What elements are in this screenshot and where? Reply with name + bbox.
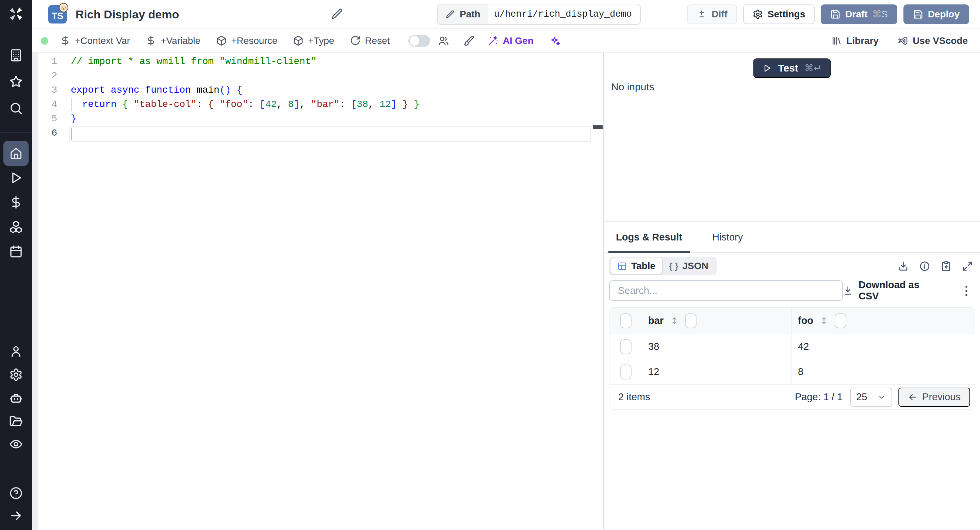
sidebar-item-users[interactable] <box>9 345 23 358</box>
settings-button[interactable]: Settings <box>743 5 815 24</box>
download-csv-button[interactable]: Download as CSV <box>843 279 941 302</box>
sidebar-expand-arrow-icon[interactable] <box>9 509 23 522</box>
sidebar-item-audit-logs[interactable] <box>9 437 23 451</box>
chevron-down-icon <box>877 393 886 402</box>
format-brush-icon[interactable] <box>463 35 474 47</box>
result-content: Table { } JSON Download as CSV ⋮ <box>609 257 975 410</box>
sidebar-divider <box>0 132 32 132</box>
column-filter-checkbox[interactable] <box>685 313 697 328</box>
table-header-row: bar foo <box>609 308 975 334</box>
emoji-badge-icon <box>58 2 69 13</box>
more-options-kebab-icon[interactable]: ⋮ <box>960 284 975 297</box>
diff-label: Diff <box>711 9 727 20</box>
test-shortcut: ⌘↵ <box>804 63 821 73</box>
toggle-knob <box>410 36 419 46</box>
view-toggle-table-label: Table <box>631 260 655 271</box>
text-cursor <box>71 128 72 140</box>
sparkles-icon[interactable] <box>549 35 561 47</box>
code-line[interactable]: 2 <box>38 69 420 83</box>
status-dot <box>41 37 48 45</box>
diff-button[interactable]: Diff <box>687 5 737 24</box>
reset-label: Reset <box>365 35 390 46</box>
magic-wand-icon <box>488 35 498 46</box>
code-line[interactable]: 6 <box>38 126 420 140</box>
view-toggle-table[interactable]: Table <box>611 258 662 274</box>
row-checkbox[interactable] <box>620 339 632 354</box>
sidebar-item-search[interactable] <box>9 102 23 115</box>
sidebar-item-workspace[interactable] <box>9 48 23 62</box>
sort-icon[interactable] <box>670 316 679 325</box>
tab-history-label: History <box>712 231 743 243</box>
sidebar-item-runs[interactable] <box>9 171 23 185</box>
info-icon[interactable] <box>919 260 930 272</box>
tab-history[interactable]: History <box>705 222 750 252</box>
ai-gen-button[interactable]: AI Gen <box>488 35 533 46</box>
package-icon <box>216 35 227 46</box>
add-variable-button[interactable]: +Variable <box>146 35 200 46</box>
result-table: bar foo 3842128 2 items Page: 1 / 1 25 <box>609 307 975 410</box>
code-line[interactable]: 4 return { "table-col": { "foo": [42, 8]… <box>38 97 420 112</box>
search-input[interactable] <box>609 280 843 301</box>
package-icon <box>293 35 304 46</box>
clipboard-copy-icon[interactable] <box>940 260 952 272</box>
left-sidebar <box>0 0 32 530</box>
tab-logs-result-label: Logs & Result <box>616 231 682 243</box>
code-line[interactable]: 5} <box>38 112 420 126</box>
view-toggle: Table { } JSON <box>609 257 717 275</box>
code-line[interactable]: 3export async function main() { <box>38 83 420 97</box>
line-number: 1 <box>38 54 71 69</box>
overview-ruler-mark <box>593 125 603 129</box>
use-vscode-button[interactable]: Use VScode <box>898 35 968 46</box>
items-count: 2 items <box>618 391 650 402</box>
save-icon <box>830 9 840 19</box>
path-field[interactable]: Path u/henri/rich_display_demo <box>437 4 641 25</box>
add-variable-label: +Variable <box>161 35 200 46</box>
add-context-var-button[interactable]: +Context Var <box>60 35 130 46</box>
download-icon[interactable] <box>898 260 909 272</box>
multiplayer-toggle[interactable] <box>408 35 430 47</box>
expand-icon[interactable] <box>962 260 973 272</box>
column-filter-checkbox[interactable] <box>835 313 846 328</box>
gear-icon <box>753 9 763 19</box>
deploy-button[interactable]: Deploy <box>904 5 969 24</box>
settings-label: Settings <box>768 9 805 20</box>
collaborators-users-icon[interactable] <box>438 35 449 47</box>
add-type-button[interactable]: +Type <box>293 35 334 46</box>
page-size-select[interactable]: 25 <box>850 388 892 407</box>
edit-title-pencil-icon[interactable] <box>331 8 344 21</box>
sidebar-item-settings[interactable] <box>9 368 23 382</box>
table-cell-value: 38 <box>648 341 659 352</box>
tab-logs-result[interactable]: Logs & Result <box>608 222 690 252</box>
add-resource-label: +Resource <box>231 35 277 46</box>
view-toggle-json[interactable]: { } JSON <box>662 258 715 274</box>
row-checkbox[interactable] <box>620 364 632 380</box>
sidebar-item-folders[interactable] <box>9 414 23 428</box>
sidebar-item-resources[interactable] <box>9 220 23 234</box>
code-line[interactable]: 1// import * as wmill from "windmill-cli… <box>38 54 420 69</box>
sort-icon[interactable] <box>819 316 829 325</box>
sidebar-item-schedules[interactable] <box>9 244 23 258</box>
table-body: 3842128 <box>609 334 975 385</box>
sidebar-item-workers[interactable] <box>9 391 23 405</box>
path-value: u/henri/rich_display_demo <box>488 5 640 24</box>
code-editor[interactable]: 1// import * as wmill from "windmill-cli… <box>32 53 603 530</box>
windmill-logo-icon[interactable] <box>8 6 24 22</box>
reset-button[interactable]: Reset <box>350 35 390 46</box>
download-csv-label: Download as CSV <box>859 279 941 302</box>
add-resource-button[interactable]: +Resource <box>216 35 277 46</box>
sidebar-item-help[interactable] <box>9 486 23 500</box>
draft-button[interactable]: Draft ⌘S <box>821 5 897 24</box>
use-vscode-label: Use VScode <box>913 35 968 46</box>
library-button[interactable]: Library <box>831 35 878 46</box>
code-text: return { "table-col": { "foo": [42, 8], … <box>71 97 420 112</box>
sidebar-item-favorites[interactable] <box>9 75 23 89</box>
path-label: Path <box>460 9 480 20</box>
sidebar-item-home[interactable] <box>3 140 29 166</box>
sidebar-item-variables[interactable] <box>9 196 23 209</box>
previous-page-button[interactable]: Previous <box>898 388 970 407</box>
column-label-foo: foo <box>798 315 813 326</box>
refresh-icon <box>350 35 360 46</box>
select-all-checkbox[interactable] <box>620 313 632 328</box>
page-title: Rich Display demo <box>76 0 179 29</box>
test-button[interactable]: Test ⌘↵ <box>753 58 830 78</box>
